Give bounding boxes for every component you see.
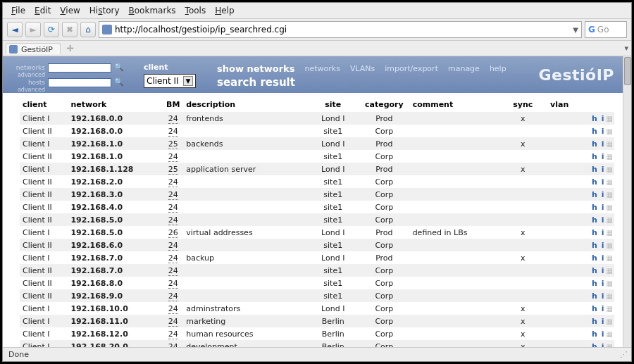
action-hosts-icon[interactable]: h [590, 165, 599, 174]
cell-bm[interactable]: 24 [163, 289, 183, 302]
col-client[interactable]: client [20, 97, 68, 112]
resize-grip-icon[interactable]: ⋰ [620, 350, 626, 359]
table-row[interactable]: Client II192.168.5.024site1Corphi▦ [20, 213, 614, 226]
action-info-icon[interactable]: i [599, 203, 607, 212]
search-networks-go-icon[interactable]: 🔍 [114, 63, 124, 73]
action-info-icon[interactable]: i [599, 152, 607, 161]
action-info-icon[interactable]: i [599, 177, 607, 187]
url-dropdown-icon[interactable]: ▼ [573, 26, 578, 34]
action-info-icon[interactable]: i [599, 304, 607, 313]
cell-network[interactable]: 192.168.5.0 [68, 226, 163, 239]
tab-overflow-icon[interactable]: ▾ [624, 44, 628, 53]
table-row[interactable]: Client II192.168.2.024site1Corphi▦ [20, 175, 614, 188]
cell-network[interactable]: 192.168.6.0 [68, 239, 163, 251]
action-info-icon[interactable]: i [599, 266, 607, 275]
table-row[interactable]: Client II192.168.6.024site1Corphi▦ [20, 239, 614, 251]
cell-bm[interactable]: 25 [163, 137, 183, 150]
cell-bm[interactable]: 25 [163, 163, 183, 175]
action-grid-icon[interactable]: ▦ [607, 165, 611, 173]
action-grid-icon[interactable]: ▦ [607, 292, 611, 300]
action-info-icon[interactable]: i [599, 228, 607, 237]
search-engine-box[interactable]: G Go [585, 21, 627, 38]
nav-networks[interactable]: networks [304, 64, 340, 73]
cell-bm[interactable]: 24 [163, 277, 183, 289]
cell-network[interactable]: 192.168.0.0 [68, 125, 163, 137]
action-grid-icon[interactable]: ▦ [607, 203, 611, 211]
cell-bm[interactable]: 24 [163, 201, 183, 213]
search-networks-input[interactable] [48, 63, 111, 73]
action-grid-icon[interactable]: ▦ [607, 254, 611, 262]
action-grid-icon[interactable]: ▦ [607, 140, 611, 148]
menu-history[interactable]: History [85, 4, 124, 17]
action-info-icon[interactable]: i [599, 279, 607, 288]
col-sync[interactable]: sync [504, 97, 541, 112]
cell-network[interactable]: 192.168.1.0 [68, 137, 163, 150]
action-grid-icon[interactable]: ▦ [607, 267, 611, 275]
cell-bm[interactable]: 26 [163, 226, 183, 239]
menu-tools[interactable]: Tools [181, 4, 211, 17]
cell-bm[interactable]: 24 [163, 302, 183, 315]
cell-network[interactable]: 192.168.4.0 [68, 201, 163, 213]
client-select[interactable]: Client II ▼ [144, 74, 196, 88]
table-row[interactable]: Client II192.168.9.024site1Corphi▦ [20, 289, 614, 302]
table-row[interactable]: Client II192.168.0.024site1Corphi▦ [20, 125, 614, 137]
action-info-icon[interactable]: i [599, 127, 607, 136]
col-site[interactable]: site [307, 97, 359, 112]
menu-bookmarks[interactable]: Bookmarks [125, 4, 180, 17]
cell-network[interactable]: 192.168.1.128 [68, 163, 163, 175]
table-row[interactable]: Client I192.168.12.024human resourcesBer… [20, 327, 614, 340]
cell-network[interactable]: 192.168.10.0 [68, 302, 163, 315]
menu-view[interactable]: View [56, 4, 84, 17]
table-row[interactable]: Client I192.168.20.024developmentBerlinC… [20, 340, 614, 347]
action-hosts-icon[interactable]: h [590, 279, 599, 288]
action-hosts-icon[interactable]: h [590, 342, 599, 348]
search-hosts-advanced-link[interactable]: advanced [10, 87, 45, 93]
col-vlan[interactable]: vlan [541, 97, 578, 112]
cell-network[interactable]: 192.168.11.0 [68, 315, 163, 327]
action-info-icon[interactable]: i [599, 342, 607, 348]
action-grid-icon[interactable]: ▦ [607, 318, 611, 325]
action-info-icon[interactable]: i [599, 114, 607, 123]
table-row[interactable]: Client II192.168.3.024site1Corphi▦ [20, 188, 614, 201]
cell-bm[interactable]: 24 [163, 340, 183, 347]
reload-button[interactable]: ⟳ [44, 22, 59, 37]
table-row[interactable]: Client II192.168.1.024site1Corphi▦ [20, 150, 614, 163]
action-grid-icon[interactable]: ▦ [607, 127, 611, 135]
action-hosts-icon[interactable]: h [590, 139, 599, 149]
cell-network[interactable]: 192.168.20.0 [68, 340, 163, 347]
nav-help[interactable]: help [490, 64, 506, 73]
search-hosts-input[interactable] [48, 78, 111, 87]
cell-network[interactable]: 192.168.1.0 [68, 150, 163, 163]
cell-network[interactable]: 192.168.5.0 [68, 213, 163, 226]
page-scroller[interactable]: networks 🔍 advanced hosts 🔍 advanced [3, 56, 623, 347]
action-hosts-icon[interactable]: h [590, 253, 599, 263]
cell-bm[interactable]: 24 [163, 125, 183, 137]
action-grid-icon[interactable]: ▦ [607, 241, 611, 249]
menu-edit[interactable]: Edit [30, 4, 55, 17]
action-info-icon[interactable]: i [599, 139, 607, 149]
col-comment[interactable]: comment [410, 97, 505, 112]
action-info-icon[interactable]: i [599, 317, 607, 326]
action-hosts-icon[interactable]: h [590, 266, 599, 275]
cell-bm[interactable]: 24 [163, 327, 183, 340]
cell-network[interactable]: 192.168.7.0 [68, 264, 163, 277]
cell-bm[interactable]: 24 [163, 315, 183, 327]
cell-bm[interactable]: 24 [163, 150, 183, 163]
table-row[interactable]: Client II192.168.4.024site1Corphi▦ [20, 201, 614, 213]
table-row[interactable]: Client I192.168.1.12825application serve… [20, 163, 614, 175]
outer-scrollbar[interactable] [623, 56, 631, 347]
cell-network[interactable]: 192.168.12.0 [68, 327, 163, 340]
action-info-icon[interactable]: i [599, 215, 607, 225]
action-info-icon[interactable]: i [599, 330, 607, 339]
action-info-icon[interactable]: i [599, 253, 607, 263]
cell-bm[interactable]: 24 [163, 112, 183, 125]
show-networks-link[interactable]: show networks [217, 63, 294, 74]
action-info-icon[interactable]: i [599, 241, 607, 250]
action-hosts-icon[interactable]: h [590, 215, 599, 225]
action-hosts-icon[interactable]: h [590, 241, 599, 250]
cell-bm[interactable]: 24 [163, 213, 183, 226]
action-hosts-icon[interactable]: h [590, 317, 599, 326]
new-tab-button[interactable]: ✛ [66, 43, 74, 54]
forward-button[interactable]: ► [25, 22, 41, 37]
cell-bm[interactable]: 24 [163, 188, 183, 201]
